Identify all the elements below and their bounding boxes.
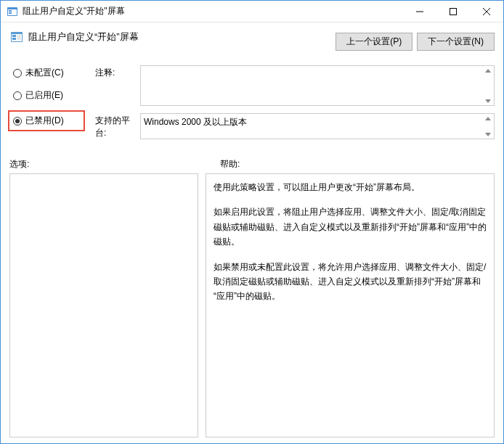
- scrollbar[interactable]: [481, 114, 494, 139]
- header-left: 阻止用户自定义“开始”屏幕: [9, 30, 336, 44]
- radio-label: 未配置(C): [25, 67, 64, 79]
- svg-rect-2: [9, 10, 12, 12]
- next-setting-button[interactable]: 下一个设置(N): [417, 33, 495, 51]
- radio-circle-icon: [13, 91, 22, 100]
- pane-labels: 选项: 帮助:: [9, 158, 495, 170]
- help-label: 帮助:: [220, 158, 240, 170]
- nav-buttons: 上一个设置(P) 下一个设置(N): [336, 33, 495, 51]
- maximize-button[interactable]: [436, 1, 470, 22]
- radio-circle-icon: [13, 117, 22, 126]
- svg-marker-16: [485, 133, 491, 136]
- radio-not-configured[interactable]: 未配置(C): [11, 65, 82, 81]
- svg-marker-13: [485, 69, 491, 73]
- minimize-button[interactable]: [403, 1, 436, 22]
- options-label: 选项:: [9, 158, 220, 170]
- svg-marker-15: [485, 117, 491, 120]
- svg-rect-11: [12, 38, 16, 40]
- comment-label: 注释:: [95, 65, 140, 106]
- help-paragraph: 使用此策略设置，可以阻止用户更改“开始”屏幕布局。: [214, 180, 487, 194]
- panes: 使用此策略设置，可以阻止用户更改“开始”屏幕布局。 如果启用此设置，将阻止用户选…: [9, 173, 495, 437]
- policy-editor-window: 阻止用户自定义"开始"屏幕 阻止用户自定义“开始”屏幕 上一个设置(P): [0, 0, 504, 444]
- minimize-icon: [416, 8, 423, 15]
- scroll-up-icon: [481, 114, 494, 123]
- close-button[interactable]: [470, 1, 503, 22]
- policy-title: 阻止用户自定义“开始”屏幕: [28, 30, 139, 44]
- radio-label: 已启用(E): [25, 89, 63, 102]
- maximize-icon: [450, 8, 457, 15]
- close-icon: [483, 8, 490, 15]
- scroll-down-icon: [481, 96, 494, 105]
- prev-setting-button[interactable]: 上一个设置(P): [336, 33, 412, 51]
- svg-rect-5: [450, 8, 457, 15]
- scroll-up-icon: [481, 66, 494, 75]
- platform-label: 支持的平台:: [95, 113, 140, 139]
- platform-value: Windows 2000 及以上版本: [144, 117, 247, 127]
- policy-icon: [9, 30, 24, 44]
- window-controls: [403, 1, 503, 22]
- svg-rect-12: [17, 35, 21, 40]
- help-paragraph: 如果禁用或未配置此设置，将允许用户选择应用、调整文件大小、固定/取消固定磁贴或辅…: [214, 260, 487, 304]
- comment-input[interactable]: [140, 65, 495, 106]
- scroll-down-icon: [481, 130, 494, 139]
- help-pane[interactable]: 使用此策略设置，可以阻止用户更改“开始”屏幕布局。 如果启用此设置，将阻止用户选…: [206, 173, 495, 437]
- app-icon: [7, 6, 18, 17]
- fields: 注释: 支持的平台: Windows 2000 及以上版本: [95, 65, 495, 147]
- radio-disabled[interactable]: 已禁用(D): [8, 110, 85, 131]
- options-pane[interactable]: [9, 173, 198, 437]
- content-area: 阻止用户自定义“开始”屏幕 上一个设置(P) 下一个设置(N) 未配置(C) 已…: [1, 22, 503, 443]
- help-paragraph: 如果启用此设置，将阻止用户选择应用、调整文件大小、固定/取消固定磁贴或辅助磁贴、…: [214, 205, 487, 249]
- radio-label: 已禁用(D): [25, 115, 64, 127]
- help-text: 使用此策略设置，可以阻止用户更改“开始”屏幕布局。 如果启用此设置，将阻止用户选…: [214, 180, 487, 304]
- platform-row: 支持的平台: Windows 2000 及以上版本: [95, 113, 495, 139]
- svg-marker-14: [485, 99, 491, 103]
- window-title: 阻止用户自定义"开始"屏幕: [23, 5, 403, 17]
- titlebar: 阻止用户自定义"开始"屏幕: [1, 1, 503, 22]
- state-radios: 未配置(C) 已启用(E) 已禁用(D): [9, 65, 82, 139]
- scrollbar[interactable]: [481, 66, 494, 105]
- svg-rect-3: [9, 12, 12, 14]
- config-row: 未配置(C) 已启用(E) 已禁用(D) 注释:: [9, 65, 495, 147]
- comment-row: 注释:: [95, 65, 495, 106]
- platform-input: Windows 2000 及以上版本: [140, 113, 495, 139]
- radio-enabled[interactable]: 已启用(E): [11, 88, 82, 103]
- radio-circle-icon: [13, 69, 22, 78]
- header-row: 阻止用户自定义“开始”屏幕 上一个设置(P) 下一个设置(N): [9, 30, 495, 51]
- svg-rect-10: [12, 35, 16, 37]
